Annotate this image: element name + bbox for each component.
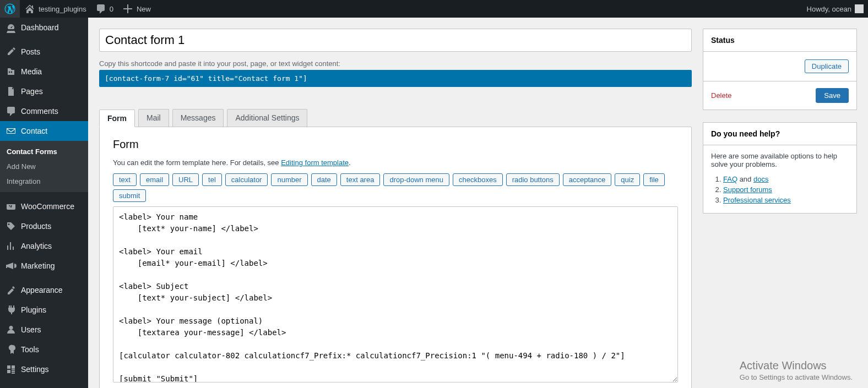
wp-logo[interactable] [0,0,20,18]
howdy-text: Howdy, ocean [807,5,851,13]
comments-count: 0 [110,5,113,13]
home-icon [24,3,35,14]
comment-icon [95,3,106,14]
site-name: testing_plugins [39,5,86,13]
plus-icon [122,3,133,14]
my-account[interactable]: Howdy, ocean [802,0,868,18]
wordpress-icon [4,3,15,14]
new-label: New [137,5,151,13]
comments-link[interactable]: 0 [91,0,118,18]
new-content[interactable]: New [118,0,155,18]
site-link[interactable]: testing_plugins [20,0,91,18]
avatar [855,4,864,13]
